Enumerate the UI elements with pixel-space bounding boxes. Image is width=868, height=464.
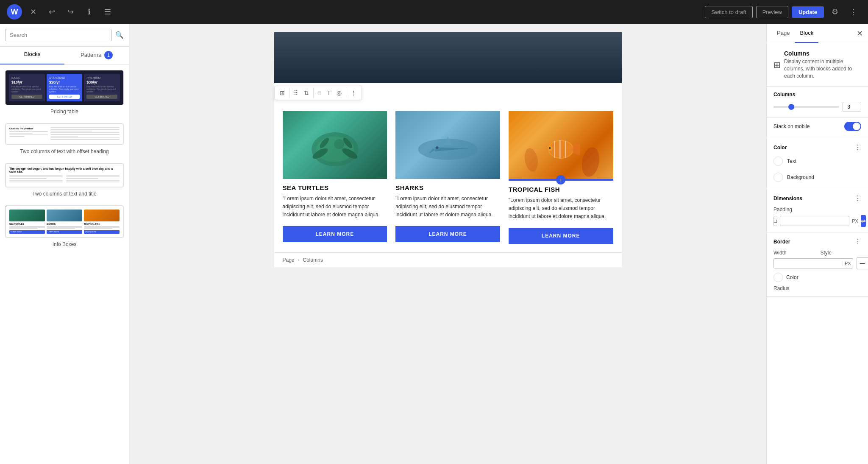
stack-mobile-row: Stack on mobile	[767, 117, 868, 138]
tab-block[interactable]: Block	[795, 24, 818, 43]
text-color-circle	[773, 157, 783, 166]
border-width-group: PX	[773, 258, 853, 268]
pricing-card-basic: BASIC $10/yr Five free trials on our spe…	[9, 74, 45, 101]
sharks-learn-more[interactable]: LEARN MORE	[395, 226, 500, 242]
pricing-table-label: Pricing table	[5, 109, 124, 115]
align-button[interactable]: ≡	[315, 88, 324, 98]
toggle-thumb	[853, 123, 860, 130]
pattern-two-col-offset[interactable]: Oceanic Inspiration	[5, 123, 124, 154]
border-style-label: Style	[817, 250, 862, 256]
editor-area: ⊞ ⠿ ⇅ ≡ T ◎ ⋮	[129, 24, 766, 464]
text-color-label: Text	[787, 158, 796, 164]
block-type-title: Columns	[784, 50, 861, 57]
text-format-button[interactable]: T	[325, 88, 334, 98]
breadcrumb-columns[interactable]: Columns	[303, 257, 323, 263]
hero-image	[274, 32, 622, 83]
padding-input[interactable]	[780, 216, 849, 226]
svg-point-18	[549, 147, 551, 149]
padding-control: □ PX ⇌	[773, 215, 861, 227]
column-sharks: SHARKS "Lorem ipsum dolor sit amet, cons…	[395, 111, 500, 244]
two-col-offset-thumb: Oceanic Inspiration	[5, 123, 124, 145]
padding-unit-label: PX	[852, 218, 858, 224]
border-more[interactable]: ⋮	[854, 238, 861, 246]
color-section: Color ⋮ Text Background	[767, 138, 868, 189]
update-button[interactable]: Update	[792, 6, 824, 18]
close-button[interactable]: ✕	[25, 4, 41, 20]
color-text-row[interactable]: Text	[773, 155, 861, 168]
breadcrumb-separator: ›	[298, 257, 300, 263]
border-color-row[interactable]: Color	[773, 273, 861, 282]
tab-patterns[interactable]: Patterns 1	[64, 47, 129, 64]
tab-blocks[interactable]: Blocks	[0, 47, 64, 64]
info-button[interactable]: ℹ	[81, 4, 97, 20]
two-col-offset-label: Two columns of text with offset heading	[5, 148, 124, 154]
pattern-two-col-title[interactable]: The voyage had begun, and had begun happ…	[5, 163, 124, 197]
padding-link-button[interactable]: ⇌	[861, 215, 866, 227]
border-radius-label: Radius	[773, 285, 861, 291]
info-boxes-thumb: 2 SEA TURTLES LEARN MORE SHARKS	[5, 205, 124, 238]
border-width-label: Width	[773, 250, 815, 256]
tropical-fish-learn-more[interactable]: LEARN MORE	[509, 228, 613, 244]
sharks-title: SHARKS	[395, 184, 500, 191]
border-section: Border ⋮ Width Style PX — - - ···	[767, 232, 868, 297]
border-row: PX — - - ···	[773, 257, 861, 269]
media-button[interactable]: ◎	[334, 88, 344, 98]
wp-logo[interactable]: W	[7, 4, 22, 20]
right-sidebar-close[interactable]: ✕	[857, 29, 863, 38]
svg-point-11	[436, 146, 439, 149]
sharks-body: "Lorem ipsum dolor sit amet, consectetur…	[395, 195, 500, 219]
redo-button[interactable]: ↪	[63, 4, 78, 20]
undo-button[interactable]: ↩	[44, 4, 59, 20]
sea-turtles-body: "Lorem ipsum dolor sit amet, consectetur…	[283, 195, 387, 219]
sea-turtles-image	[283, 111, 387, 179]
dimensions-section: Dimensions ⋮ Padding □ PX ⇌	[767, 189, 868, 232]
search-input[interactable]	[5, 29, 112, 41]
color-background-row[interactable]: Background	[773, 171, 861, 184]
border-width-input[interactable]	[774, 259, 843, 268]
pricing-preview: BASIC $10/yr Five free trials on our spe…	[6, 70, 123, 105]
more-options-toolbar-button[interactable]: ⋮	[348, 88, 359, 98]
dimensions-more[interactable]: ⋮	[854, 194, 861, 202]
sharks-image	[395, 111, 500, 179]
columns-control: Columns	[767, 87, 868, 117]
breadcrumb-page[interactable]: Page	[283, 257, 295, 263]
drag-handle-button[interactable]: ⠿	[291, 88, 300, 98]
tab-page[interactable]: Page	[772, 24, 795, 43]
patterns-badge: 1	[104, 51, 113, 59]
svg-point-2	[334, 139, 344, 149]
block-toolbar: ⊞ ⠿ ⇅ ≡ T ◎ ⋮	[274, 86, 362, 100]
info-box-fish: TROPICAL FISH LEARN MORE	[84, 210, 120, 234]
stack-mobile-toggle[interactable]	[844, 122, 861, 131]
move-up-down-button[interactable]: ⇅	[301, 88, 312, 98]
list-view-button[interactable]: ☰	[100, 4, 115, 20]
color-section-more[interactable]: ⋮	[854, 143, 861, 151]
pricing-card-premium: PREMIUM $30/yr Five free trials on our s…	[84, 74, 120, 101]
border-solid-button[interactable]: —	[857, 257, 868, 269]
more-options-button[interactable]: ⋮	[846, 4, 861, 20]
border-title: Border	[773, 239, 790, 245]
columns-block: SEA TURTLES "Lorem ipsum dolor sit amet,…	[274, 103, 622, 252]
pattern-pricing-table[interactable]: BASIC $10/yr Five free trials on our spe…	[5, 70, 124, 115]
sidebar-content: BASIC $10/yr Five free trials on our spe…	[0, 65, 129, 464]
column-tropical-fish: + TROPICAL FISH "Lorem ipsum dolor sit a…	[509, 111, 613, 244]
columns-number-input[interactable]	[843, 102, 861, 112]
pattern-info-boxes[interactable]: 2 SEA TURTLES LEARN MORE SHARKS	[5, 205, 124, 247]
svg-point-21	[523, 147, 540, 173]
tropical-fish-image	[509, 111, 613, 179]
selection-indicator: +	[509, 179, 613, 181]
padding-label: Padding	[773, 207, 861, 212]
columns-layout-button[interactable]: ⊞	[277, 88, 287, 98]
search-icon: 🔍	[115, 31, 124, 39]
padding-box-icon: □	[773, 216, 777, 226]
border-unit-label: PX	[843, 261, 853, 266]
settings-button[interactable]: ⚙	[827, 4, 843, 20]
preview-button[interactable]: Preview	[756, 6, 788, 18]
background-color-label: Background	[787, 174, 814, 180]
info-box-turtle: SEA TURTLES LEARN MORE	[9, 210, 45, 234]
switch-draft-button[interactable]: Switch to draft	[705, 6, 752, 18]
selection-handle[interactable]: +	[556, 175, 565, 184]
columns-slider[interactable]	[773, 106, 839, 108]
main-layout: 🔍 Blocks Patterns 1 BASIC $10/yr Five	[0, 24, 868, 464]
sea-turtles-learn-more[interactable]: LEARN MORE	[283, 226, 387, 242]
topbar: W ✕ ↩ ↪ ℹ ☰ Switch to draft Preview Upda…	[0, 0, 868, 24]
